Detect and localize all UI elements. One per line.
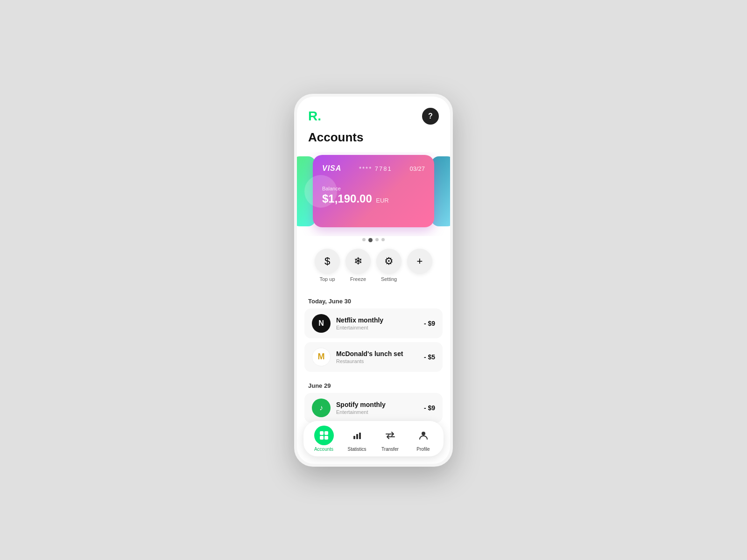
svg-rect-6: [359, 433, 361, 439]
spotify-name: Spotify monthly: [336, 401, 424, 408]
phone-container: R. ? Accounts VISA **** 7781 03/27 Balan…: [294, 94, 453, 467]
mcdonalds-icon: M: [312, 348, 331, 366]
header: R. ?: [297, 97, 450, 128]
actions-row: $ Top up ❄ Freeze ⚙ Setting +: [297, 249, 450, 291]
netflix-name: Netflix monthly: [336, 316, 424, 324]
app-content: R. ? Accounts VISA **** 7781 03/27 Balan…: [297, 97, 450, 464]
statistics-label: Statistics: [347, 447, 366, 452]
add-icon: +: [407, 249, 432, 274]
transaction-mcdonalds[interactable]: M McDonald's lunch set Restaurants - $5: [304, 342, 443, 372]
svg-rect-4: [353, 436, 355, 439]
bottom-nav: Accounts Statistics: [303, 421, 444, 456]
netflix-info: Netflix monthly Entertainment: [336, 316, 424, 330]
svg-rect-2: [320, 436, 324, 440]
spotify-icon: ♪: [312, 399, 331, 417]
svg-rect-0: [320, 431, 324, 435]
nav-transfer[interactable]: Transfer: [376, 426, 404, 452]
transaction-spotify[interactable]: ♪ Spotify monthly Entertainment - $9: [304, 393, 443, 423]
topup-icon: $: [315, 249, 340, 274]
date-header-today: Today, June 30: [297, 291, 450, 308]
transfer-label: Transfer: [381, 447, 399, 452]
accounts-label: Accounts: [314, 447, 333, 452]
accounts-icon: [314, 426, 334, 445]
nav-statistics[interactable]: Statistics: [343, 426, 371, 452]
mcdonalds-category: Restaurants: [336, 358, 424, 364]
netflix-icon: N: [312, 314, 331, 333]
topup-label: Top up: [319, 276, 335, 282]
topup-button[interactable]: $ Top up: [315, 249, 340, 282]
card-expiry: 03/27: [409, 165, 425, 172]
card-balance-label: Balance: [322, 186, 425, 191]
svg-rect-3: [324, 436, 328, 440]
card-side-right[interactable]: [431, 156, 450, 226]
card-number: **** 7781: [359, 165, 392, 172]
card-currency: EUR: [376, 197, 388, 204]
help-button[interactable]: ?: [422, 108, 439, 125]
svg-rect-1: [324, 431, 328, 435]
card-brand: VISA: [322, 164, 341, 173]
card-balance-row: $1,190.00 EUR: [322, 192, 425, 205]
dot-1: [362, 238, 366, 241]
freeze-button[interactable]: ❄ Freeze: [345, 249, 371, 282]
profile-label: Profile: [416, 447, 430, 452]
mcdonalds-name: McDonald's lunch set: [336, 350, 424, 357]
nav-profile[interactable]: Profile: [409, 426, 437, 452]
card-decoration-circle: [304, 175, 337, 208]
add-button[interactable]: +: [407, 249, 432, 282]
dot-4: [381, 238, 385, 241]
freeze-label: Freeze: [350, 276, 366, 282]
cards-carousel: VISA **** 7781 03/27 Balance $1,190.00 E…: [297, 152, 450, 236]
profile-icon: [414, 426, 433, 445]
setting-icon: ⚙: [376, 249, 402, 274]
freeze-icon: ❄: [345, 249, 371, 274]
setting-button[interactable]: ⚙ Setting: [376, 249, 402, 282]
nav-accounts[interactable]: Accounts: [310, 426, 338, 452]
date-header-june29: June 29: [297, 376, 450, 393]
transaction-netflix[interactable]: N Netflix monthly Entertainment - $9: [304, 308, 443, 338]
card-top-row: VISA **** 7781 03/27: [322, 164, 425, 173]
svg-rect-5: [356, 434, 358, 439]
svg-point-7: [422, 432, 425, 435]
netflix-amount: - $9: [424, 320, 435, 327]
transfer-icon: [381, 426, 400, 445]
card-dots: [297, 238, 450, 242]
setting-label: Setting: [381, 276, 397, 282]
app-logo: R.: [308, 109, 321, 124]
card-balance-section: Balance $1,190.00 EUR: [322, 186, 425, 205]
spotify-info: Spotify monthly Entertainment: [336, 401, 424, 415]
page-title: Accounts: [297, 128, 450, 152]
dot-2: [368, 238, 373, 242]
mcdonalds-amount: - $5: [424, 353, 435, 361]
dot-3: [375, 238, 379, 241]
statistics-icon: [347, 426, 367, 445]
netflix-category: Entertainment: [336, 325, 424, 330]
spotify-category: Entertainment: [336, 409, 424, 415]
main-card[interactable]: VISA **** 7781 03/27 Balance $1,190.00 E…: [313, 155, 434, 227]
mcdonalds-info: McDonald's lunch set Restaurants: [336, 350, 424, 364]
spotify-amount: - $9: [424, 404, 435, 412]
